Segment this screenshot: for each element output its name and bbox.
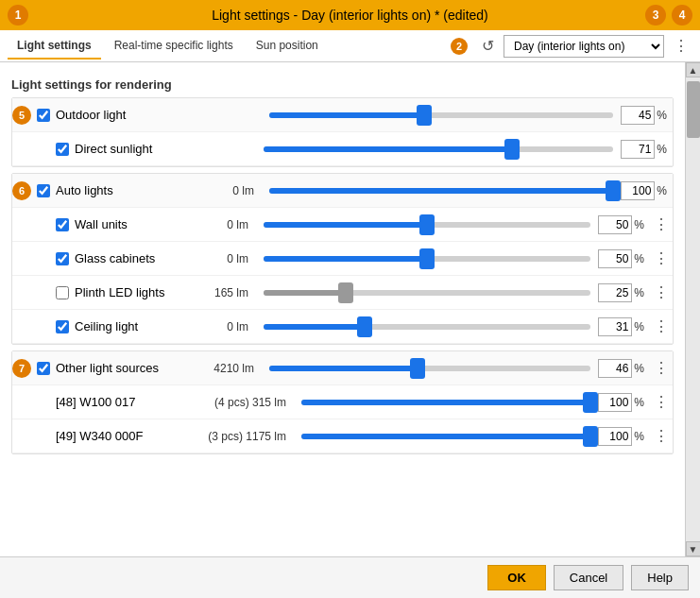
sub-check-label-1: Glass cabinets [31, 251, 182, 265]
sub-menu-button-1[interactable]: ⋮ [650, 248, 673, 269]
sunlight-check-label: Direct sunlight [31, 142, 182, 156]
title-bar: 1 Light settings - Day (interior lights … [0, 0, 700, 30]
other-lights-row: 7 Other light sources 4210 lm % ⋮ [12, 351, 673, 385]
sub-percent-input-1[interactable] [598, 249, 632, 268]
other-sub-slider-0[interactable] [301, 393, 590, 412]
badge-4: 4 [672, 5, 692, 26]
tab-light-settings[interactable]: Light settings [8, 33, 101, 60]
outdoor-check-label: Outdoor light [37, 108, 188, 122]
outdoor-percent-input[interactable] [621, 106, 655, 125]
sub-label-3: Ceiling light [75, 319, 138, 333]
sub-checkbox-3[interactable] [56, 320, 69, 333]
other-sub-row-1: [49] W340 000F (3 pcs) 1175 lm % ⋮ [12, 419, 673, 453]
badge-5: 5 [12, 106, 31, 125]
sub-slider-3[interactable] [264, 317, 590, 336]
ok-button[interactable]: OK [487, 565, 546, 590]
other-percent-input[interactable] [598, 359, 632, 378]
badge-1: 1 [8, 5, 28, 26]
title-text: Light settings - Day (interior lights on… [212, 8, 488, 23]
sub-slider-2[interactable] [264, 283, 590, 302]
sunlight-checkbox[interactable] [56, 143, 69, 156]
auto-lights-group: 6 Auto lights 0 lm % [11, 173, 674, 345]
other-sub-name-0: [48] W100 017 [56, 395, 136, 409]
auto-lm: 0 lm [188, 184, 254, 197]
sub-light-row-0: Wall units 0 lm % ⋮ [12, 208, 673, 242]
tab-bar: Light settings Real-time specific lights… [0, 30, 700, 62]
badge-7: 7 [12, 359, 31, 378]
preset-menu-button[interactable]: ⋮ [670, 35, 692, 57]
outdoor-checkbox[interactable] [37, 109, 50, 122]
sub-lights-container: Wall units 0 lm % ⋮ Glass cabinets 0 lm … [12, 208, 673, 344]
other-sub-pcs-0: (4 pcs) 315 lm [201, 396, 286, 409]
other-checkbox[interactable] [37, 362, 50, 375]
tab-realtime[interactable]: Real-time specific lights [105, 33, 243, 60]
cancel-button[interactable]: Cancel [554, 565, 623, 590]
auto-check-label: Auto lights [37, 183, 188, 197]
sub-slider-1[interactable] [264, 249, 590, 268]
sub-percent-input-3[interactable] [598, 317, 632, 336]
auto-checkbox[interactable] [37, 184, 50, 197]
outdoor-light-row: 5 Outdoor light % [12, 98, 673, 132]
sub-check-label-3: Ceiling light [31, 319, 182, 333]
sub-lm-3: 0 lm [182, 320, 248, 333]
sub-lm-1: 0 lm [182, 252, 248, 265]
sub-percent-input-2[interactable] [598, 283, 632, 302]
other-sub-label-1: [49] W340 000F [31, 429, 201, 443]
sub-label-1: Glass cabinets [75, 251, 155, 265]
sub-label-0: Wall units [75, 217, 128, 231]
other-lights-group: 7 Other light sources 4210 lm % ⋮ [11, 350, 674, 454]
sub-light-row-3: Ceiling light 0 lm % ⋮ [12, 310, 673, 344]
bottom-bar: OK Cancel Help [0, 556, 700, 598]
scrollbar: ▲ ▼ [685, 62, 700, 556]
other-sub-row-0: [48] W100 017 (4 pcs) 315 lm % ⋮ [12, 385, 673, 419]
scroll-thumb[interactable] [687, 81, 700, 138]
help-button[interactable]: Help [631, 565, 689, 590]
other-label: Other light sources [56, 361, 159, 375]
other-sub-percent-1[interactable] [598, 427, 632, 446]
sub-slider-0[interactable] [264, 215, 590, 234]
sub-percent-input-0[interactable] [598, 215, 632, 234]
sub-menu-button-0[interactable]: ⋮ [650, 214, 673, 235]
auto-percent-input[interactable] [621, 181, 655, 200]
sub-lm-2: 165 lm [182, 286, 248, 299]
outdoor-group: 5 Outdoor light % [11, 97, 674, 167]
sunlight-label: Direct sunlight [75, 142, 152, 156]
outdoor-label: Outdoor light [56, 108, 126, 122]
sub-menu-button-2[interactable]: ⋮ [650, 282, 673, 303]
outdoor-slider[interactable] [269, 106, 613, 125]
sunlight-percent-input[interactable] [621, 140, 655, 159]
other-sub-percent-0[interactable] [598, 393, 632, 412]
other-sub-menu-btn-1[interactable]: ⋮ [650, 425, 673, 447]
other-slider[interactable] [269, 359, 590, 378]
sunlight-slider[interactable] [264, 140, 613, 159]
sub-row-menu-1: ⋮ [650, 248, 673, 269]
sub-light-row-2: Plinth LED lights 165 lm % ⋮ [12, 276, 673, 310]
preset-dropdown[interactable]: Day (interior lights on) [504, 35, 664, 58]
sub-lm-0: 0 lm [182, 218, 248, 231]
sub-checkbox-0[interactable] [56, 218, 69, 231]
sub-menu-button-3[interactable]: ⋮ [650, 316, 673, 337]
badge-3: 3 [645, 5, 666, 26]
other-sub-label-0: [48] W100 017 [31, 395, 201, 409]
tab-sun-position[interactable]: Sun position [247, 33, 328, 60]
sub-row-menu-3: ⋮ [650, 316, 673, 337]
sub-check-label-0: Wall units [31, 217, 182, 231]
refresh-button[interactable]: ↺ [477, 36, 498, 57]
other-menu-button[interactable]: ⋮ [650, 357, 673, 379]
badge-2: 2 [451, 38, 468, 55]
scroll-up[interactable]: ▲ [686, 62, 701, 77]
other-sub-menu-btn-0[interactable]: ⋮ [650, 391, 673, 413]
badge-6: 6 [12, 181, 31, 200]
sub-checkbox-2[interactable] [56, 286, 69, 299]
auto-slider[interactable] [269, 181, 613, 200]
other-sub-pcs-1: (3 pcs) 1175 lm [201, 430, 286, 443]
other-sub-lights-container: [48] W100 017 (4 pcs) 315 lm % ⋮ [49] W3… [12, 385, 673, 453]
other-check-label: Other light sources [37, 361, 188, 375]
sub-checkbox-1[interactable] [56, 252, 69, 265]
other-sub-slider-1[interactable] [301, 427, 590, 446]
main-content: Light settings for rendering 5 Outdoor l… [0, 62, 685, 556]
scroll-down[interactable]: ▼ [686, 541, 701, 556]
other-sub-menu-0: ⋮ [650, 391, 673, 413]
other-lm: 4210 lm [188, 362, 254, 375]
sub-check-label-2: Plinth LED lights [31, 285, 182, 299]
